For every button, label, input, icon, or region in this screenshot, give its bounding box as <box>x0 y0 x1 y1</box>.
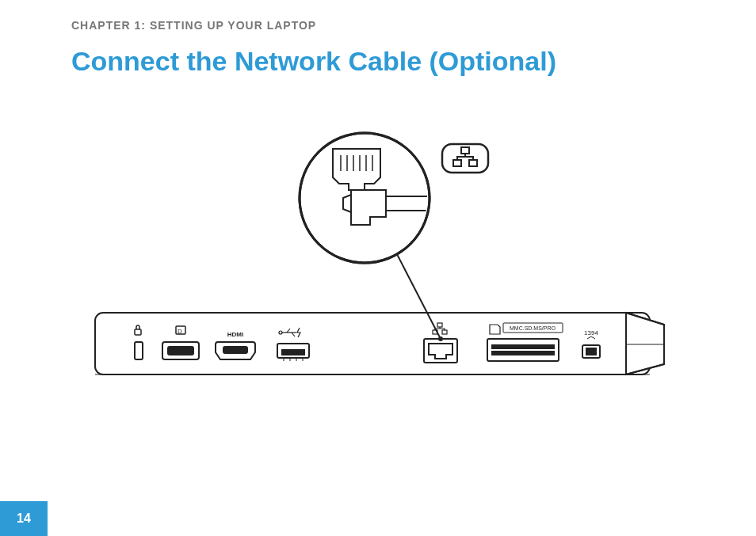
hdmi-label: HDMI <box>227 331 243 338</box>
svg-rect-13 <box>223 347 247 353</box>
firewire-label: 1394 <box>584 329 598 336</box>
svg-rect-25 <box>487 339 559 361</box>
lock-slot-icon <box>135 325 143 359</box>
svg-rect-8 <box>135 329 141 335</box>
svg-point-32 <box>438 336 443 341</box>
svg-rect-30 <box>586 348 596 355</box>
page-number: 14 <box>17 511 31 526</box>
network-cable-illustration: D HDMI <box>71 119 678 396</box>
network-icon-badge <box>442 144 488 173</box>
card-reader-label: MMC.SD.MS/PRO <box>510 325 556 331</box>
page-title: Connect the Network Cable (Optional) <box>71 46 556 77</box>
card-reader-port: MMC.SD.MS/PRO <box>487 323 563 361</box>
svg-rect-27 <box>492 352 554 355</box>
svg-text:D: D <box>178 328 182 335</box>
svg-rect-45 <box>442 144 488 173</box>
chapter-label: CHAPTER 1: SETTING UP YOUR LAPTOP <box>71 19 316 32</box>
svg-rect-26 <box>492 345 554 348</box>
svg-rect-7 <box>135 342 143 359</box>
svg-rect-15 <box>282 350 304 355</box>
page-number-badge: 14 <box>0 501 48 536</box>
svg-rect-41 <box>386 196 513 211</box>
svg-rect-10 <box>168 347 193 355</box>
